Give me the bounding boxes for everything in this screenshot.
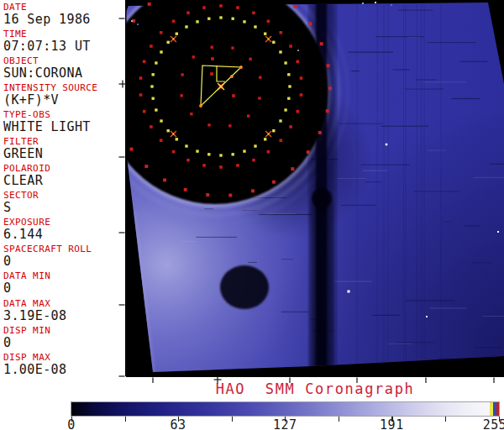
fiducial-dot xyxy=(196,149,198,152)
speck xyxy=(497,231,499,233)
fiducial-dot xyxy=(232,153,234,155)
streak xyxy=(413,191,459,191)
metadata-field-value: 3.19E-08 xyxy=(3,309,126,323)
speck xyxy=(297,50,299,51)
metadata-field-value: S xyxy=(3,201,126,215)
streak xyxy=(443,222,452,223)
speck xyxy=(131,20,133,22)
streak xyxy=(388,343,412,344)
fiducial-dot xyxy=(181,94,183,97)
fiducial-dot xyxy=(211,46,213,49)
fiducial-dot xyxy=(160,50,162,53)
metadata-field-value: GREEN xyxy=(3,147,126,161)
streak xyxy=(451,98,480,99)
metadata-field-label: DISP MIN xyxy=(3,325,126,336)
metadata-field: TYPE-OBSWHITE LIGHT xyxy=(0,109,126,136)
speck xyxy=(348,291,350,293)
fiducial-dot xyxy=(279,50,281,53)
speck xyxy=(137,24,139,25)
metadata-field-value: (K+F)*V xyxy=(3,93,126,108)
streak xyxy=(421,4,422,374)
fiducial-dot xyxy=(186,159,190,162)
fiducial-dot xyxy=(272,129,275,132)
fiducial-dot xyxy=(211,57,214,60)
speck xyxy=(362,3,364,4)
streak xyxy=(376,4,377,374)
fiducial-dot xyxy=(254,144,256,147)
cross-mark-center xyxy=(173,39,175,40)
fiducial-dot xyxy=(287,73,290,76)
fiducial-dot xyxy=(236,164,239,167)
fiducial-dot xyxy=(318,131,322,134)
metadata-field: DATA MAX3.19E-08 xyxy=(0,298,126,325)
fiducial-dot xyxy=(152,97,155,100)
colorbar-minor-tick xyxy=(339,417,339,422)
streak xyxy=(416,79,437,80)
fiducial-dot xyxy=(219,4,223,8)
fiducial-dot xyxy=(228,194,232,197)
streak xyxy=(341,205,376,206)
fiducial-dot xyxy=(267,150,270,154)
fiducial-dot xyxy=(288,85,291,87)
metadata-field: TIME07:07:13 UT xyxy=(0,29,126,55)
fiducial-dot xyxy=(258,97,260,99)
colorbar-tick-label: 255 xyxy=(483,417,504,430)
streak xyxy=(424,4,425,374)
colorbar-tick-label: 0 xyxy=(67,417,76,430)
metadata-field-value: 1.00E-08 xyxy=(3,363,126,377)
fiducial-dot xyxy=(190,113,192,115)
streak xyxy=(384,4,385,374)
speck xyxy=(375,2,376,3)
fiducial-dot xyxy=(219,165,223,169)
fiducial-dot xyxy=(206,193,209,197)
fiducial-dot xyxy=(219,154,222,156)
fiducial-dot xyxy=(150,85,153,87)
image-title: HAO SMM Coronagraph xyxy=(126,380,504,397)
streak xyxy=(398,10,433,11)
fiducial-dot xyxy=(152,73,155,76)
fiducial-dot xyxy=(160,31,163,34)
fiducial-dot xyxy=(326,109,329,113)
streak xyxy=(357,4,358,374)
metadata-field: DATA MIN0 xyxy=(0,270,126,297)
fiducial-dot xyxy=(289,45,292,48)
streak xyxy=(349,52,393,53)
fiducial-dot xyxy=(185,25,187,28)
fiducial-dot xyxy=(284,61,286,64)
fiducial-dot xyxy=(232,18,234,20)
colorbar-minor-tick xyxy=(125,417,126,422)
colorbar-minor-tick xyxy=(232,417,233,422)
fiducial-dot xyxy=(328,87,332,90)
fiducial-dot xyxy=(184,188,187,191)
fiducial-dot xyxy=(176,33,178,35)
streak xyxy=(482,316,504,317)
fiducial-dot xyxy=(163,178,166,181)
streak xyxy=(351,71,359,71)
fiducial-dot xyxy=(272,41,275,44)
fiducial-dot xyxy=(186,12,190,15)
fiducial-dot xyxy=(176,138,178,140)
fiducial-dot xyxy=(280,139,283,142)
fiducial-dot xyxy=(219,16,222,18)
colorbar-tick-label: 127 xyxy=(273,417,297,430)
metadata-field: INTENSITY SOURCE(K+F)*V xyxy=(0,82,126,109)
metadata-field-label: DATA MAX xyxy=(3,298,126,309)
metadata-field-value: 0 xyxy=(3,336,126,350)
cross-mark-center xyxy=(268,134,270,135)
fiducial-dot xyxy=(207,123,210,126)
streak xyxy=(405,4,406,374)
fiducial-dot xyxy=(287,97,290,100)
speck xyxy=(391,4,392,6)
cross-mark-center xyxy=(173,134,175,135)
fiducial-dot xyxy=(150,125,153,128)
streak xyxy=(196,237,237,238)
fiducial-dot xyxy=(254,25,256,28)
metadata-field: SECTORS xyxy=(0,190,126,217)
streak xyxy=(417,4,417,374)
pointer-vertex-dot xyxy=(199,104,202,108)
fiducial-dot xyxy=(143,60,146,64)
streak xyxy=(406,300,454,301)
streak xyxy=(393,69,410,70)
fiducial-dot xyxy=(309,22,312,25)
fiducial-dot xyxy=(231,46,234,49)
